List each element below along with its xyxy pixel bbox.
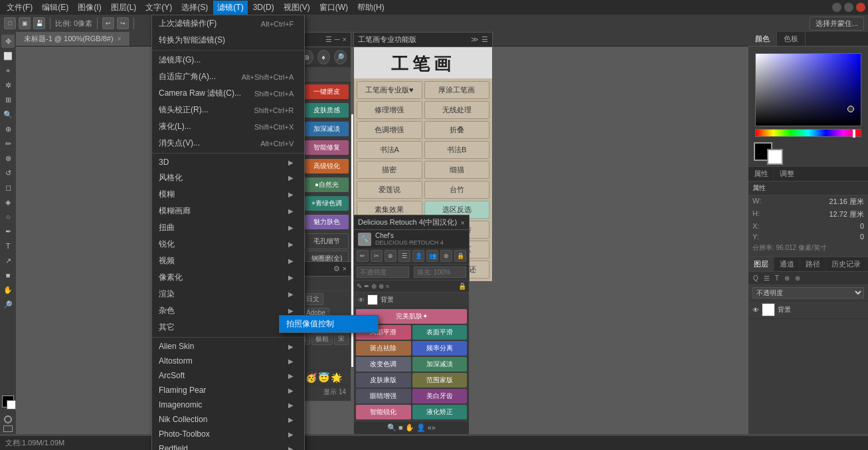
layers-tab-paths[interactable]: 路径 xyxy=(800,257,826,271)
open-btn[interactable]: ▣ xyxy=(19,17,31,29)
filter-menu-blur[interactable]: 模糊▶ xyxy=(152,186,304,203)
layers-tab-channels[interactable]: 通道 xyxy=(774,257,800,271)
gongbi-collapse-btn[interactable]: ≫ xyxy=(471,35,479,44)
dr-btn-jiashenj[interactable]: 加深减淡 xyxy=(412,357,468,372)
crop-tool[interactable]: ⊞ xyxy=(1,93,15,106)
hue-slider[interactable] xyxy=(755,129,861,137)
close-btn[interactable] xyxy=(856,3,865,12)
background-color[interactable] xyxy=(7,400,16,409)
filter-menu-alienskin[interactable]: Alien Skin▶ xyxy=(152,339,304,354)
btn-pfuzhigan[interactable]: 皮肤质感 xyxy=(305,103,349,118)
dr-btn-yejz[interactable]: 液化矫正 xyxy=(412,405,468,419)
font-panel-close[interactable]: × xyxy=(343,265,347,273)
save-btn[interactable]: 💾 xyxy=(33,17,45,29)
eyedropper-tool[interactable]: 🔍 xyxy=(1,108,15,121)
filter-menu-item-smart[interactable]: 转换为智能滤镜(S) xyxy=(152,32,304,49)
filter-menu-redfield[interactable]: Redfield▶ xyxy=(152,441,304,450)
foreground-color[interactable] xyxy=(2,395,14,407)
dr-btn-zhinengrh[interactable]: 智能锐化 xyxy=(356,405,411,419)
gongbi-btn-1[interactable]: 工笔画专业版♥ xyxy=(357,81,422,99)
zoom-tool[interactable]: 🔎 xyxy=(1,298,15,311)
color-gradient[interactable] xyxy=(755,53,861,126)
dr-btool-arrows[interactable]: «» xyxy=(428,423,436,432)
dr-panel-close[interactable]: × xyxy=(461,219,465,227)
dodge-tool[interactable]: ○ xyxy=(1,210,15,223)
gongbi-menu-btn[interactable]: ☰ xyxy=(481,35,488,44)
layer-blend-mode-select[interactable]: 不透明度 xyxy=(752,287,864,298)
doc-tab-1[interactable]: 未标题-1 @ 100%(RGB/8#) × xyxy=(16,32,130,46)
filter-menu-distort[interactable]: 扭曲▶ xyxy=(152,219,304,236)
select-mask-btn[interactable]: 选择并蒙住... xyxy=(810,17,864,31)
skin-icon-7[interactable]: ♦ xyxy=(317,50,330,64)
filter-menu-blurgallery[interactable]: 模糊画廊▶ xyxy=(152,203,304,219)
filter-menu-altostorm[interactable]: Altostorm▶ xyxy=(152,354,304,368)
shape-tool[interactable]: ■ xyxy=(1,269,15,282)
magic-wand-tool[interactable]: ✲ xyxy=(1,78,15,92)
btn-ziranguang[interactable]: ●自然光 xyxy=(305,177,349,192)
filter-menu-arcsoft[interactable]: ArcSoft▶ xyxy=(152,368,304,383)
clone-stamp-tool[interactable]: ⊗ xyxy=(1,152,15,165)
filter-menu-item-vanish[interactable]: 消失点(V)... Alt+Ctrl+V xyxy=(152,135,304,152)
menu-3d[interactable]: 3D(D) xyxy=(249,1,278,13)
skin-icon-8[interactable]: 🔎 xyxy=(334,50,347,64)
filter-menu-item-raw[interactable]: Camera Raw 滤镜(C)... Shift+Ctrl+A xyxy=(152,85,304,102)
dr-btn-bandian[interactable]: 斑点祛除 xyxy=(356,341,411,356)
layers-tab-history[interactable]: 历史记录 xyxy=(826,257,867,271)
lasso-tool[interactable]: ⌖ xyxy=(1,64,15,77)
dr-layer-eye[interactable]: 👁 xyxy=(358,296,365,304)
dr-btn-meibaiy[interactable]: 美白牙齿 xyxy=(412,389,468,403)
eraser-tool[interactable]: ◻ xyxy=(1,181,15,194)
dr-btool-fill[interactable]: ■ xyxy=(398,423,403,432)
btn-meili[interactable]: 魅力肤色 xyxy=(305,215,349,229)
layers-tab-layers[interactable]: 图层 xyxy=(748,257,774,271)
dr-layer-row[interactable]: 👁 背景 xyxy=(354,292,469,308)
dr-tool-5[interactable]: 👤 xyxy=(412,250,424,262)
dr-btn-yanqing[interactable]: 眼睛增强 xyxy=(356,389,411,403)
menu-text[interactable]: 文字(Y) xyxy=(141,1,176,15)
dr-btool-person[interactable]: 👤 xyxy=(416,423,426,432)
gongbi-btn-8[interactable]: 书法B xyxy=(424,141,490,159)
submenu-item-paizhaokongzhi[interactable]: 拍照像值控制 xyxy=(280,316,378,332)
dr-tool-1[interactable]: ✏ xyxy=(357,250,369,262)
dr-btn-gaibise[interactable]: 改变色调 xyxy=(356,357,411,372)
hand-tool[interactable]: ✋ xyxy=(1,283,15,296)
dr-tool-2[interactable]: ✂ xyxy=(371,250,383,262)
layers-filter-btn[interactable]: Q xyxy=(751,274,760,282)
filter-menu-sharpen[interactable]: 锐化▶ xyxy=(152,236,304,253)
gongbi-btn-10[interactable]: 细描 xyxy=(424,161,490,179)
dr-tool-4[interactable]: ☰ xyxy=(398,250,410,262)
redo-btn[interactable]: ↪ xyxy=(117,17,129,29)
font-filter-jp[interactable]: 日文 xyxy=(302,293,323,305)
filter-menu-video[interactable]: 视频▶ xyxy=(152,253,304,269)
pen-tool[interactable]: ✒ xyxy=(1,225,15,238)
new-doc-btn[interactable]: □ xyxy=(4,17,16,29)
maximize-btn[interactable] xyxy=(844,3,853,12)
menu-window[interactable]: 窗口(W) xyxy=(315,1,352,15)
dr-tool-8[interactable]: 🔒 xyxy=(454,250,466,262)
gradient-tool[interactable]: ◈ xyxy=(1,195,15,209)
filter-menu-render[interactable]: 渲染▶ xyxy=(152,286,304,302)
dr-btn-fangjia[interactable]: 范围家版 xyxy=(412,373,468,388)
font-panel-settings[interactable]: ⚙ xyxy=(333,265,340,273)
brush-tool[interactable]: ✏ xyxy=(1,137,15,150)
minimize-btn[interactable] xyxy=(832,3,841,12)
layer-eye-btn[interactable]: 👁 xyxy=(752,306,759,314)
btn-zhinengxiufu[interactable]: 智能修复 xyxy=(305,140,349,155)
tab-adjustments[interactable]: 调整 xyxy=(774,167,800,181)
dr-fill-input[interactable] xyxy=(414,267,466,278)
dr-btn-biaomian[interactable]: 表面平滑 xyxy=(412,325,468,340)
dr-btn-pinlv[interactable]: 频率分离 xyxy=(412,341,468,356)
skin-panel-collapse-btn[interactable]: ─ xyxy=(335,35,340,44)
filter-submenu[interactable]: 拍照像值控制 xyxy=(279,315,379,333)
menu-image[interactable]: 图像(I) xyxy=(74,1,105,15)
filter-dropdown-menu[interactable]: 上次滤镜操作(F) Alt+Ctrl+F 转换为智能滤镜(S) 滤镜库(G)..… xyxy=(151,15,305,450)
tab-color[interactable]: 颜色 xyxy=(748,32,777,46)
filter-menu-item-liquify[interactable]: 液化(L)... Shift+Ctrl+X xyxy=(152,118,304,135)
screen-mode-btn[interactable] xyxy=(3,426,13,431)
gongbi-btn-6[interactable]: 折叠 xyxy=(424,121,490,139)
btn-qinglu[interactable]: +青绿色调 xyxy=(305,196,349,211)
menu-file[interactable]: 文件(F) xyxy=(3,1,37,15)
dr-tool-6[interactable]: 👥 xyxy=(426,250,438,262)
rectangle-select-tool[interactable]: ⬜ xyxy=(1,49,15,62)
menu-layer[interactable]: 图层(L) xyxy=(107,1,141,15)
